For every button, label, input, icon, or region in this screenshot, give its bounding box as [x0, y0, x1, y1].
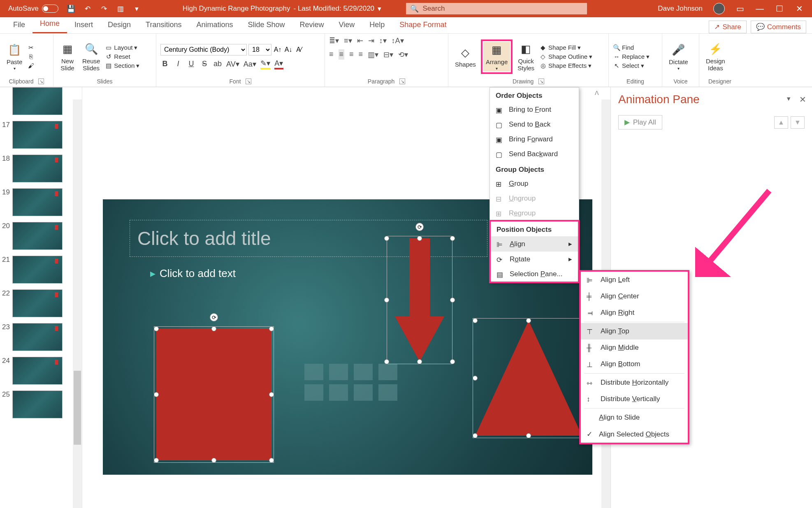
avatar[interactable] — [713, 3, 725, 14]
thumbnail[interactable] — [12, 121, 63, 149]
insert-picture-icon[interactable] — [304, 384, 323, 401]
send-to-back-item[interactable]: ▢Send to Back — [490, 117, 579, 132]
font-launcher-icon[interactable]: ↘ — [246, 79, 251, 84]
copy-icon[interactable]: ⎘ — [27, 53, 35, 60]
body-placeholder[interactable]: ▸Click to add text — [150, 267, 512, 280]
bring-to-front-item[interactable]: ▣Bring to Front — [490, 102, 579, 117]
clear-format-icon[interactable]: A⁄ — [295, 46, 304, 53]
ungroup-item[interactable]: ⊟Ungroup — [490, 191, 579, 206]
arrow-shape[interactable]: ⟳ — [395, 238, 444, 362]
distribute-h-item[interactable]: ⇿Distribute Horizontally — [581, 374, 688, 391]
comments-button[interactable]: 💬Comments — [751, 21, 806, 33]
columns-icon[interactable]: ▥▾ — [368, 50, 378, 59]
distribute-v-item[interactable]: ↕Distribute Vertically — [581, 391, 688, 407]
thumbnail[interactable] — [12, 289, 63, 317]
triangle-shape[interactable] — [475, 321, 582, 436]
regroup-item[interactable]: ⊞Regroup — [490, 206, 579, 221]
rotate-handle-icon[interactable]: ⟳ — [210, 313, 218, 321]
font-name-combo[interactable]: Century Gothic (Body) — [160, 44, 247, 55]
tab-animations[interactable]: Animations — [189, 17, 240, 33]
shapes-button[interactable]: ◇Shapes — [452, 44, 478, 69]
thumbnail[interactable] — [12, 222, 63, 250]
bold-button[interactable]: B — [160, 60, 169, 68]
move-up-button[interactable]: ▲ — [774, 116, 788, 129]
thumbnail-scrollbar[interactable] — [73, 99, 82, 508]
selection-pane-item[interactable]: ▤Selection Pane... — [491, 267, 578, 282]
thumbnail[interactable] — [12, 87, 63, 115]
align-left-icon[interactable]: ≡ — [329, 50, 334, 59]
ribbon-display-icon[interactable]: ▭ — [735, 4, 745, 14]
line-spacing-icon[interactable]: ↕▾ — [379, 36, 387, 45]
tab-transitions[interactable]: Transitions — [138, 17, 189, 33]
design-ideas-button[interactable]: ⚡Design Ideas — [703, 41, 728, 72]
underline-button[interactable]: U — [187, 60, 196, 68]
align-text-icon[interactable]: ⊟▾ — [383, 50, 393, 59]
indent-dec-icon[interactable]: ⇤ — [357, 36, 363, 45]
bring-forward-item[interactable]: ▣Bring Forward — [490, 132, 579, 147]
thumbnail[interactable] — [12, 390, 63, 418]
content-placeholder-icons[interactable] — [304, 364, 397, 401]
char-spacing-button[interactable]: AV▾ — [226, 60, 239, 69]
find-button[interactable]: 🔍Find — [613, 44, 650, 51]
shadow-button[interactable]: ab — [213, 60, 222, 68]
highlight-button[interactable]: ✎▾ — [260, 59, 270, 69]
shape-effects-button[interactable]: ◎Shape Effects ▾ — [539, 62, 592, 69]
reset-button[interactable]: ↺Reset — [105, 53, 139, 60]
insert-online-pic-icon[interactable] — [329, 384, 348, 401]
tab-view[interactable]: View — [332, 17, 362, 33]
thumbnail[interactable] — [12, 256, 63, 284]
select-button[interactable]: ↖Select ▾ — [613, 62, 650, 69]
rectangle-shape[interactable]: ⟳ — [156, 329, 271, 460]
insert-table-icon[interactable] — [304, 364, 323, 380]
close-pane-icon[interactable]: ✕ — [799, 95, 806, 104]
thumbnail[interactable] — [12, 155, 63, 182]
rotate-handle-icon[interactable]: ⟳ — [415, 223, 424, 231]
paragraph-launcher-icon[interactable]: ↘ — [399, 79, 405, 84]
shape-fill-button[interactable]: ◆Shape Fill ▾ — [539, 44, 592, 51]
text-direction-icon[interactable]: ↕A▾ — [392, 36, 404, 45]
align-left-item[interactable]: ⊫Align Left — [581, 272, 688, 288]
layout-button[interactable]: ▭Layout ▾ — [105, 44, 139, 51]
tab-insert[interactable]: Insert — [67, 17, 100, 33]
insert-video-icon[interactable] — [354, 384, 373, 401]
align-top-item[interactable]: ⊤Align Top — [581, 323, 688, 339]
pane-options-icon[interactable]: ▼ — [786, 95, 791, 102]
maximize-icon[interactable]: ☐ — [775, 4, 784, 14]
save-icon[interactable]: 💾 — [67, 4, 76, 13]
group-item[interactable]: ⊞Group — [490, 176, 579, 191]
drawing-launcher-icon[interactable]: ↘ — [538, 79, 544, 84]
justify-icon[interactable]: ≡ — [359, 50, 363, 59]
send-backward-item[interactable]: ▢Send Backward — [490, 147, 579, 162]
tab-slideshow[interactable]: Slide Show — [241, 17, 292, 33]
bullets-icon[interactable]: ≣▾ — [329, 36, 339, 45]
reuse-slides-button[interactable]: 🔍Reuse Slides — [80, 41, 102, 72]
arrange-button[interactable]: ▦Arrange▾ — [483, 42, 510, 72]
align-bottom-item[interactable]: ⊥Align Bottom — [581, 356, 688, 372]
insert-icon-icon[interactable] — [378, 384, 397, 401]
tab-shape-format[interactable]: Shape Format — [392, 17, 454, 33]
align-center-icon[interactable]: ≡ — [339, 49, 345, 60]
grow-font-icon[interactable]: A↑ — [273, 46, 282, 53]
align-to-slide-item[interactable]: Align to Slide — [581, 409, 688, 426]
move-down-button[interactable]: ▼ — [791, 116, 805, 129]
insert-smartart-icon[interactable] — [354, 364, 373, 380]
title-dropdown-icon[interactable]: ▾ — [378, 5, 381, 13]
collapse-ribbon-icon[interactable]: ᐱ — [595, 90, 599, 96]
new-slide-button[interactable]: ▦New Slide — [58, 41, 77, 72]
change-case-button[interactable]: Aa▾ — [244, 60, 256, 69]
undo-icon[interactable]: ↶ — [83, 4, 92, 13]
play-all-button[interactable]: ▶Play All — [618, 115, 662, 129]
align-right-item[interactable]: ⫤Align Right — [581, 305, 688, 321]
font-size-combo[interactable]: 18 — [248, 44, 271, 55]
font-color-button[interactable]: A▾ — [274, 59, 283, 69]
shape-outline-button[interactable]: ◇Shape Outline ▾ — [539, 53, 592, 60]
autosave-toggle[interactable] — [42, 5, 58, 13]
insert-chart-icon[interactable] — [329, 364, 348, 380]
tab-file[interactable]: File — [6, 17, 32, 33]
dictate-button[interactable]: 🎤Dictate▾ — [666, 42, 691, 72]
cut-icon[interactable]: ✂ — [27, 44, 35, 51]
italic-button[interactable]: I — [174, 60, 183, 68]
thumbnail[interactable] — [12, 323, 63, 351]
smartart-icon[interactable]: ⟲▾ — [398, 50, 408, 59]
redo-icon[interactable]: ↷ — [100, 4, 109, 13]
